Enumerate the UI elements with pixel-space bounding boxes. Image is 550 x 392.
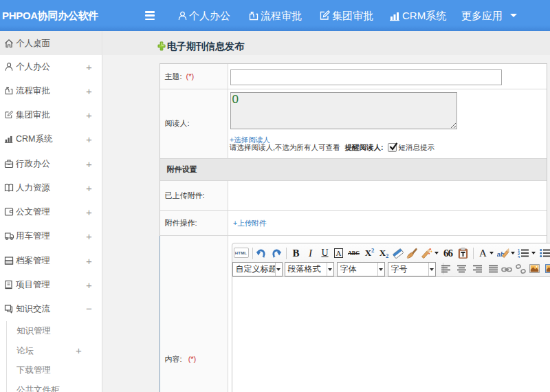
svg-text:3: 3	[518, 255, 520, 259]
